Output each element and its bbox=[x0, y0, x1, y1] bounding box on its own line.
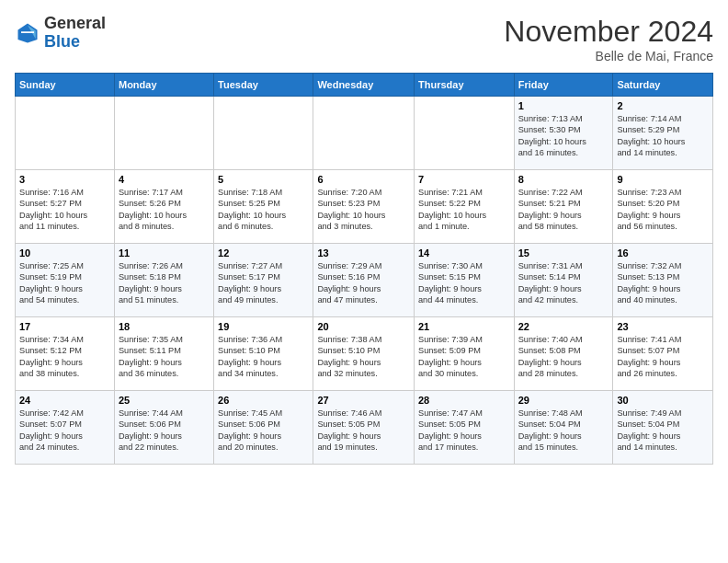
calendar-cell: 29Sunrise: 7:48 AM Sunset: 5:04 PM Dayli… bbox=[514, 391, 613, 465]
day-number: 17 bbox=[19, 321, 110, 332]
day-info: Sunrise: 7:42 AM Sunset: 5:07 PM Dayligh… bbox=[19, 408, 110, 454]
day-number: 24 bbox=[19, 395, 110, 406]
day-number: 1 bbox=[518, 100, 609, 111]
calendar-cell: 13Sunrise: 7:29 AM Sunset: 5:16 PM Dayli… bbox=[313, 244, 415, 317]
day-number: 21 bbox=[418, 321, 510, 332]
calendar-cell: 1Sunrise: 7:13 AM Sunset: 5:30 PM Daylig… bbox=[514, 97, 613, 170]
calendar-cell bbox=[313, 97, 415, 170]
day-info: Sunrise: 7:46 AM Sunset: 5:05 PM Dayligh… bbox=[317, 408, 410, 454]
day-info: Sunrise: 7:41 AM Sunset: 5:07 PM Dayligh… bbox=[617, 334, 709, 380]
calendar-cell: 7Sunrise: 7:21 AM Sunset: 5:22 PM Daylig… bbox=[415, 170, 515, 244]
day-number: 18 bbox=[119, 321, 210, 332]
day-info: Sunrise: 7:38 AM Sunset: 5:10 PM Dayligh… bbox=[317, 334, 410, 380]
page-header: General Blue November 2024 Belle de Mai,… bbox=[15, 15, 713, 63]
calendar-week-4: 17Sunrise: 7:34 AM Sunset: 5:12 PM Dayli… bbox=[16, 317, 713, 391]
calendar-cell: 9Sunrise: 7:23 AM Sunset: 5:20 PM Daylig… bbox=[613, 170, 713, 244]
calendar-cell bbox=[415, 97, 515, 170]
day-info: Sunrise: 7:40 AM Sunset: 5:08 PM Dayligh… bbox=[518, 334, 609, 380]
location-text: Belle de Mai, France bbox=[504, 49, 713, 63]
day-info: Sunrise: 7:25 AM Sunset: 5:19 PM Dayligh… bbox=[19, 260, 110, 306]
day-number: 27 bbox=[317, 395, 410, 406]
calendar-cell bbox=[114, 97, 213, 170]
day-info: Sunrise: 7:47 AM Sunset: 5:05 PM Dayligh… bbox=[418, 408, 510, 454]
calendar-cell: 24Sunrise: 7:42 AM Sunset: 5:07 PM Dayli… bbox=[16, 391, 115, 465]
weekday-header-wednesday: Wednesday bbox=[313, 74, 415, 97]
day-number: 11 bbox=[119, 247, 210, 259]
day-number: 15 bbox=[518, 247, 609, 259]
day-info: Sunrise: 7:20 AM Sunset: 5:23 PM Dayligh… bbox=[317, 187, 410, 233]
day-info: Sunrise: 7:35 AM Sunset: 5:11 PM Dayligh… bbox=[119, 334, 210, 380]
day-number: 2 bbox=[617, 100, 709, 111]
day-number: 4 bbox=[119, 174, 210, 185]
calendar-body: 1Sunrise: 7:13 AM Sunset: 5:30 PM Daylig… bbox=[16, 97, 713, 465]
day-info: Sunrise: 7:26 AM Sunset: 5:18 PM Dayligh… bbox=[119, 260, 210, 306]
weekday-header-sunday: Sunday bbox=[16, 74, 115, 97]
calendar-cell: 26Sunrise: 7:45 AM Sunset: 5:06 PM Dayli… bbox=[214, 391, 313, 465]
calendar-cell: 2Sunrise: 7:14 AM Sunset: 5:29 PM Daylig… bbox=[613, 97, 713, 170]
weekday-header-monday: Monday bbox=[114, 74, 213, 97]
calendar-week-1: 1Sunrise: 7:13 AM Sunset: 5:30 PM Daylig… bbox=[16, 97, 713, 170]
day-info: Sunrise: 7:21 AM Sunset: 5:22 PM Dayligh… bbox=[418, 187, 510, 233]
day-number: 3 bbox=[19, 174, 110, 185]
day-number: 12 bbox=[218, 247, 309, 259]
calendar-cell: 18Sunrise: 7:35 AM Sunset: 5:11 PM Dayli… bbox=[114, 317, 213, 391]
month-title: November 2024 bbox=[504, 15, 713, 49]
day-info: Sunrise: 7:32 AM Sunset: 5:13 PM Dayligh… bbox=[617, 260, 709, 306]
calendar-cell: 15Sunrise: 7:31 AM Sunset: 5:14 PM Dayli… bbox=[514, 244, 613, 317]
calendar-cell: 21Sunrise: 7:39 AM Sunset: 5:09 PM Dayli… bbox=[415, 317, 515, 391]
day-number: 19 bbox=[218, 321, 309, 332]
day-number: 16 bbox=[617, 247, 709, 259]
calendar-cell: 30Sunrise: 7:49 AM Sunset: 5:04 PM Dayli… bbox=[613, 391, 713, 465]
day-number: 13 bbox=[317, 247, 410, 259]
calendar-cell: 4Sunrise: 7:17 AM Sunset: 5:26 PM Daylig… bbox=[114, 170, 213, 244]
weekday-header-friday: Friday bbox=[514, 74, 613, 97]
calendar-cell: 14Sunrise: 7:30 AM Sunset: 5:15 PM Dayli… bbox=[415, 244, 515, 317]
logo-general-text: General bbox=[44, 14, 106, 32]
calendar-cell: 20Sunrise: 7:38 AM Sunset: 5:10 PM Dayli… bbox=[313, 317, 415, 391]
calendar-cell: 3Sunrise: 7:16 AM Sunset: 5:27 PM Daylig… bbox=[16, 170, 115, 244]
calendar-header: SundayMondayTuesdayWednesdayThursdayFrid… bbox=[16, 74, 713, 97]
day-number: 25 bbox=[119, 395, 210, 406]
calendar-cell: 22Sunrise: 7:40 AM Sunset: 5:08 PM Dayli… bbox=[514, 317, 613, 391]
calendar-cell: 17Sunrise: 7:34 AM Sunset: 5:12 PM Dayli… bbox=[16, 317, 115, 391]
day-info: Sunrise: 7:13 AM Sunset: 5:30 PM Dayligh… bbox=[518, 113, 609, 159]
logo-blue-text: Blue bbox=[44, 32, 80, 51]
weekday-header-saturday: Saturday bbox=[613, 74, 713, 97]
day-number: 30 bbox=[617, 395, 709, 406]
calendar-cell: 23Sunrise: 7:41 AM Sunset: 5:07 PM Dayli… bbox=[613, 317, 713, 391]
calendar-cell: 27Sunrise: 7:46 AM Sunset: 5:05 PM Dayli… bbox=[313, 391, 415, 465]
day-info: Sunrise: 7:16 AM Sunset: 5:27 PM Dayligh… bbox=[19, 187, 110, 233]
calendar-cell: 25Sunrise: 7:44 AM Sunset: 5:06 PM Dayli… bbox=[114, 391, 213, 465]
day-info: Sunrise: 7:34 AM Sunset: 5:12 PM Dayligh… bbox=[19, 334, 110, 380]
calendar-cell: 19Sunrise: 7:36 AM Sunset: 5:10 PM Dayli… bbox=[214, 317, 313, 391]
day-info: Sunrise: 7:44 AM Sunset: 5:06 PM Dayligh… bbox=[119, 408, 210, 454]
day-info: Sunrise: 7:49 AM Sunset: 5:04 PM Dayligh… bbox=[617, 408, 709, 454]
day-number: 26 bbox=[218, 395, 309, 406]
day-info: Sunrise: 7:27 AM Sunset: 5:17 PM Dayligh… bbox=[218, 260, 309, 306]
day-info: Sunrise: 7:18 AM Sunset: 5:25 PM Dayligh… bbox=[218, 187, 309, 233]
calendar-cell bbox=[214, 97, 313, 170]
calendar-cell: 12Sunrise: 7:27 AM Sunset: 5:17 PM Dayli… bbox=[214, 244, 313, 317]
calendar-cell: 6Sunrise: 7:20 AM Sunset: 5:23 PM Daylig… bbox=[313, 170, 415, 244]
day-number: 7 bbox=[418, 174, 510, 185]
day-info: Sunrise: 7:29 AM Sunset: 5:16 PM Dayligh… bbox=[317, 260, 410, 306]
day-info: Sunrise: 7:31 AM Sunset: 5:14 PM Dayligh… bbox=[518, 260, 609, 306]
day-number: 20 bbox=[317, 321, 410, 332]
day-info: Sunrise: 7:17 AM Sunset: 5:26 PM Dayligh… bbox=[119, 187, 210, 233]
calendar-cell: 10Sunrise: 7:25 AM Sunset: 5:19 PM Dayli… bbox=[16, 244, 115, 317]
calendar-week-3: 10Sunrise: 7:25 AM Sunset: 5:19 PM Dayli… bbox=[16, 244, 713, 317]
day-number: 29 bbox=[518, 395, 609, 406]
calendar-cell bbox=[16, 97, 115, 170]
calendar-cell: 8Sunrise: 7:22 AM Sunset: 5:21 PM Daylig… bbox=[514, 170, 613, 244]
weekday-header-thursday: Thursday bbox=[415, 74, 515, 97]
day-number: 9 bbox=[617, 174, 709, 185]
day-number: 28 bbox=[418, 395, 510, 406]
calendar-week-5: 24Sunrise: 7:42 AM Sunset: 5:07 PM Dayli… bbox=[16, 391, 713, 465]
calendar-cell: 11Sunrise: 7:26 AM Sunset: 5:18 PM Dayli… bbox=[114, 244, 213, 317]
day-number: 14 bbox=[418, 247, 510, 259]
weekday-header-row: SundayMondayTuesdayWednesdayThursdayFrid… bbox=[16, 74, 713, 97]
day-number: 22 bbox=[518, 321, 609, 332]
day-info: Sunrise: 7:48 AM Sunset: 5:04 PM Dayligh… bbox=[518, 408, 609, 454]
calendar-cell: 5Sunrise: 7:18 AM Sunset: 5:25 PM Daylig… bbox=[214, 170, 313, 244]
title-area: November 2024 Belle de Mai, France bbox=[504, 15, 713, 63]
